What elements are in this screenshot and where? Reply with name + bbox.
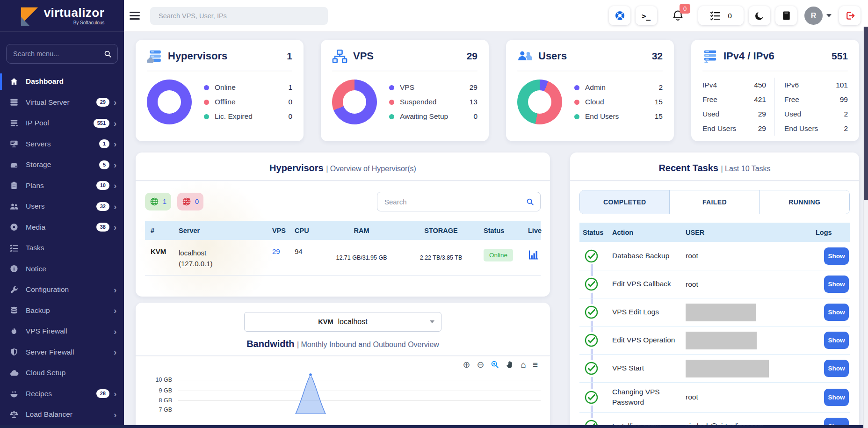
wrench-icon (9, 285, 19, 294)
show-logs-button[interactable]: Show (824, 360, 849, 377)
status-badge: Online (484, 249, 513, 261)
clipboard-icon (9, 181, 19, 190)
show-logs-button[interactable]: Show (824, 276, 849, 293)
sidebar-item-server-firewall[interactable]: Server Firewall › (0, 342, 124, 363)
bandwidth-chart: 10 GB 9 GB 8 GB 7 GB (145, 371, 541, 414)
tab-completed[interactable]: COMPLETED (580, 190, 669, 214)
shield-icon (9, 348, 19, 356)
tasks-table-header: Status Action USER Logs (579, 223, 850, 242)
redacted-user (680, 332, 810, 349)
docs-button[interactable] (775, 6, 797, 25)
status-cell: Online (478, 247, 522, 261)
legend-dot (204, 100, 209, 105)
brand-logo[interactable]: virtualizor By Softaculous (0, 0, 124, 32)
show-logs-button[interactable]: Show (824, 304, 849, 321)
account-menu[interactable]: R (804, 7, 832, 25)
sidebar-item-vps-firewall[interactable]: VPS Firewall › (0, 321, 124, 342)
sidebar-item-media[interactable]: Media 38 › (0, 217, 124, 238)
online-hypervisors-badge[interactable]: 1 (145, 193, 171, 210)
chevron-right-icon: › (114, 410, 118, 419)
sidebar-item-cloud-setup[interactable]: Cloud Setup (0, 363, 124, 384)
page-scrollbar[interactable] (863, 27, 868, 428)
card-title: Hypervisors (168, 50, 227, 62)
count-badge: 32 (96, 202, 109, 211)
zoom-out-icon[interactable]: ⊖ (477, 360, 485, 369)
sidebar-item-notice[interactable]: Notice (0, 259, 124, 280)
task-list-icon (9, 244, 19, 253)
sidebar-search-input[interactable] (12, 50, 104, 58)
sidebar-item-tasks[interactable]: Tasks (0, 238, 124, 259)
sidebar-menu: Dashboard Virtual Server 29 › IP Pool 55… (0, 71, 124, 425)
pan-icon[interactable] (506, 360, 514, 369)
recent-tasks-panel: Recent Tasks | Last 10 Tasks COMPLETED F… (570, 152, 859, 428)
sidebar-item-users[interactable]: Users 32 › (0, 196, 124, 217)
hypervisor-search-input[interactable] (383, 197, 526, 206)
flame-icon (9, 327, 19, 336)
reset-zoom-icon[interactable]: ⌂ (521, 360, 526, 369)
database-icon (9, 306, 19, 315)
hypervisors-card: Hypervisors 1 Online 1 Offline 0 (136, 40, 304, 141)
menu-toggle-icon[interactable] (130, 12, 140, 20)
task-counter: 0 (728, 12, 732, 20)
show-logs-button[interactable]: Show (824, 332, 849, 349)
sidebar: virtualizor By Softaculous Dashboard Vir… (0, 0, 124, 428)
sidebar-item-servers[interactable]: Servers 1 › (0, 134, 124, 155)
ipv4-stats: IPv4450 Free421 Used29 End Users29 (702, 78, 766, 136)
show-logs-button[interactable]: Show (824, 389, 849, 406)
home-icon (9, 77, 19, 86)
running-tasks-button[interactable]: 0 (698, 6, 744, 25)
legend-dot (574, 85, 579, 90)
sidebar-item-plans[interactable]: Plans 10 › (0, 175, 124, 196)
redacted-user (680, 360, 810, 377)
sidebar-item-virtual-server[interactable]: Virtual Server 29 › (0, 92, 124, 113)
disc-icon (9, 223, 19, 232)
chart-menu-icon[interactable]: ≡ (533, 360, 538, 369)
support-button[interactable] (609, 6, 630, 25)
logout-button[interactable] (839, 6, 861, 25)
dark-mode-button[interactable] (749, 6, 770, 25)
notification-badge: 0 (680, 4, 690, 14)
count-badge: 28 (96, 389, 109, 398)
sidebar-item-backup[interactable]: Backup › (0, 300, 124, 321)
global-search-input[interactable] (158, 12, 320, 20)
caret-down-icon (430, 320, 434, 323)
live-stats-icon[interactable] (522, 249, 541, 261)
zoom-in-icon[interactable]: ⊕ (463, 360, 470, 369)
legend-item: Cloud 15 (574, 95, 663, 109)
panel-title: Recent Tasks | Last 10 Tasks (579, 152, 850, 180)
sidebar-item-dashboard[interactable]: Dashboard (0, 71, 124, 92)
sidebar-item-storage[interactable]: Storage 5 › (0, 154, 124, 175)
show-logs-button[interactable]: Show (824, 247, 849, 265)
legend-item: End Users 15 (574, 109, 663, 124)
sidebar-item-recipes[interactable]: Recipes 28 › (0, 384, 124, 405)
completed-check-icon (583, 247, 600, 264)
card-count: 29 (467, 51, 477, 62)
terminal-button[interactable]: >_ (636, 6, 657, 25)
notifications-button[interactable]: 0 (667, 9, 688, 22)
scrollbar-thumb[interactable] (864, 27, 868, 200)
sidebar-item-configuration[interactable]: Configuration › (0, 279, 124, 300)
task-status-tabs: COMPLETED FAILED RUNNING (579, 190, 850, 214)
redacted-user (680, 304, 810, 321)
server-select[interactable]: KVM localhost (244, 312, 441, 332)
sidebar-item-ip-pool[interactable]: IP Pool 551 › (0, 113, 124, 134)
legend-item: VPS 29 (389, 80, 477, 95)
sidebar-item-load-balancer[interactable]: Load Balancer › (0, 404, 124, 425)
tab-running[interactable]: RUNNING (760, 190, 849, 214)
stat-cards: Hypervisors 1 Online 1 Offline 0 (136, 40, 859, 141)
tab-failed[interactable]: FAILED (669, 190, 759, 214)
vps-count-link[interactable]: 29 (267, 247, 289, 255)
brand-tagline: By Softaculous (73, 20, 105, 25)
selection-zoom-icon[interactable] (491, 360, 499, 369)
table-row: KVM localhost (127.0.0.1) 29 94 12.71 GB… (145, 240, 541, 276)
legend-item: Lic. Expired 0 (204, 109, 292, 124)
legend-item: Suspended 13 (389, 95, 477, 109)
users-icon (9, 202, 19, 211)
table-header: # Server VPS CPU RAM STORAGE Status Live (145, 221, 541, 240)
hypervisors-table: # Server VPS CPU RAM STORAGE Status Live… (145, 221, 541, 297)
bottom-edge-strip (0, 425, 863, 428)
offline-hypervisors-badge[interactable]: 0 (177, 193, 203, 210)
completed-check-icon (583, 360, 600, 377)
hypervisors-icon (147, 49, 162, 64)
ip-list-icon (702, 49, 718, 64)
